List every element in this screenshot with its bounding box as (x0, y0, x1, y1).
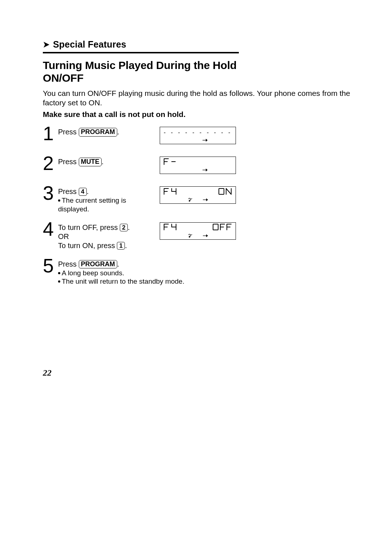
step-4: 4 To turn OFF, press 2. OR To turn ON, p… (43, 222, 352, 250)
step-period: . (117, 128, 119, 136)
svg-marker-0 (44, 42, 49, 48)
svg-marker-4 (206, 169, 208, 171)
lcd-right (218, 187, 233, 197)
bullet-icon (58, 272, 60, 274)
svg-marker-10 (206, 198, 208, 201)
page-number: 22 (43, 368, 52, 378)
lcd-display-1: - - - - - - - - - - - - - - - (160, 126, 238, 144)
key-program: PROGRAM (79, 260, 117, 269)
lcd-box (160, 222, 236, 240)
step-5: 5 Press PROGRAM. A long beep sounds. The… (43, 258, 352, 286)
pointer-right-icon (43, 41, 50, 48)
step-text: Press (58, 128, 79, 136)
music-note-icon (188, 198, 193, 202)
section-header: Special Features (43, 39, 352, 50)
key-program: PROGRAM (79, 128, 117, 137)
step-text-1a: To turn OFF, press (58, 223, 120, 231)
step-body: Press PROGRAM. (58, 126, 156, 137)
step-body: To turn OFF, press 2. OR To turn ON, pre… (58, 222, 156, 250)
step-number: 3 (43, 184, 58, 202)
step-text: Press (58, 260, 79, 268)
lcd-display-4 (160, 222, 238, 240)
manual-page: Special Features Turning Music Played Du… (0, 0, 392, 555)
step-3: 3 Press 4. The current setting is displa… (43, 186, 352, 214)
step-number: 1 (43, 125, 58, 142)
step-text-2b: . (125, 242, 127, 250)
lcd-box: - - - - - - - - - - - - - - - (160, 127, 236, 144)
lcd-display-2 (160, 156, 238, 174)
lcd-left (163, 223, 177, 233)
lcd-display-3 (160, 186, 238, 204)
key-2: 2 (120, 224, 128, 232)
step-text-2a: To turn ON, press (58, 242, 117, 250)
title-line-1: Turning Music Played During the Hold (43, 59, 237, 71)
key-mute: MUTE (79, 158, 102, 166)
svg-rect-11 (213, 224, 218, 230)
bullet-icon (58, 199, 60, 202)
music-note-icon (188, 234, 193, 238)
page-title: Turning Music Played During the Hold ON/… (43, 59, 352, 84)
arrow-right-icon (203, 234, 208, 238)
title-line-2: ON/OFF (43, 72, 83, 84)
steps-list: 1 Press PROGRAM. - - - - - - - - - - - -… (43, 126, 352, 286)
lcd-left (163, 158, 177, 167)
step-2: 2 Press MUTE. (43, 156, 352, 178)
lcd-left (163, 187, 177, 197)
step-1: 1 Press PROGRAM. - - - - - - - - - - - -… (43, 126, 352, 148)
svg-rect-5 (219, 189, 224, 194)
arrow-right-icon (203, 198, 208, 202)
step-body: Press MUTE. (58, 156, 156, 166)
step-period: . (102, 158, 104, 166)
step-note-1: A long beep sounds. (62, 269, 124, 277)
key-1: 1 (117, 242, 125, 250)
step-note-2: The unit will return to the standby mode… (62, 278, 184, 285)
arrow-right-icon (203, 138, 208, 142)
step-number: 4 (43, 220, 58, 238)
svg-marker-2 (206, 139, 208, 142)
lcd-box (160, 157, 236, 174)
step-body: Press 4. The current setting is displaye… (58, 186, 156, 214)
step-period: . (87, 187, 89, 195)
key-4: 4 (79, 188, 87, 196)
step-text-1b: . (128, 223, 130, 231)
step-text: Press (58, 187, 79, 195)
svg-marker-15 (206, 234, 208, 237)
lcd-right (212, 223, 233, 233)
lcd-dashes: - - - - - - - - - - - - - - - (163, 129, 233, 136)
step-period: . (117, 260, 119, 268)
bullet-icon (58, 280, 60, 283)
step-note: The current setting is displayed. (58, 197, 126, 213)
arrow-right-icon (203, 168, 208, 172)
section-label: Special Features (53, 39, 126, 50)
precondition-note: Make sure that a call is not put on hold… (43, 110, 352, 119)
step-number: 5 (43, 257, 58, 275)
step-text: Press (58, 158, 79, 166)
section-underline (43, 52, 239, 53)
lcd-box (160, 186, 236, 204)
step-number: 2 (43, 154, 58, 172)
or-text: OR (58, 232, 156, 241)
intro-text: You can turn ON/OFF playing music during… (43, 89, 352, 107)
step-body: Press PROGRAM. A long beep sounds. The u… (58, 258, 203, 286)
